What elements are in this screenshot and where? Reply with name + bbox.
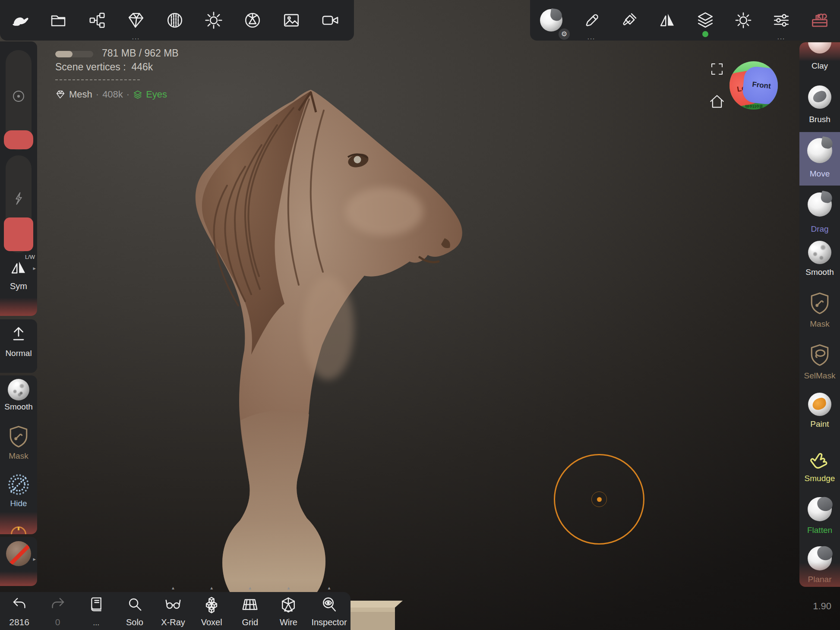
tool-smudge-label: Smudge	[799, 474, 840, 483]
nomad-logo-icon[interactable]	[0, 0, 39, 41]
inspector-eye-icon	[321, 596, 338, 614]
move-sphere-icon	[807, 138, 832, 163]
memory-progress-fill	[55, 51, 73, 57]
settings-gear-button[interactable]	[724, 0, 762, 41]
tool-clay-label: Clay	[799, 61, 840, 71]
tool-list-sidebar: Clay Brush Move Drag Smooth Mask SelMask	[799, 42, 840, 587]
inspector-label: Inspector	[308, 617, 351, 627]
stroke-pencil-button[interactable]: ...	[572, 0, 610, 41]
solo-button[interactable]: Solo	[115, 592, 154, 630]
symmetry-toggle[interactable]: L/W ▸	[0, 255, 37, 281]
mesh-vertex-count: 408k	[102, 89, 123, 100]
tool-planar[interactable]: Planar	[799, 546, 840, 570]
xray-caret-icon: ▲	[154, 586, 193, 590]
camera-video-button[interactable]	[311, 0, 350, 41]
tool-brush[interactable]: Brush	[799, 85, 840, 109]
files-folder-button[interactable]	[39, 0, 78, 41]
wire-button[interactable]: ▲ Wire	[269, 592, 308, 630]
tool-smooth[interactable]: Smooth	[799, 241, 840, 264]
background-image-button[interactable]	[272, 0, 311, 41]
selmask-shield-icon	[809, 343, 831, 367]
tool-smudge[interactable]: Smudge	[799, 445, 840, 469]
normal-label: Normal	[0, 349, 37, 358]
voxel-remesh-sphere-button[interactable]	[155, 0, 194, 41]
tool-brush-label: Brush	[799, 115, 840, 124]
tool-move-label: Move	[799, 169, 840, 179]
symmetry-mirror-button[interactable]	[648, 0, 686, 41]
zoom-level-indicator: 1.90	[813, 601, 831, 612]
normal-arrow-icon	[9, 325, 28, 344]
panel-red-fade	[0, 298, 37, 316]
mask-label: Mask	[0, 451, 37, 461]
intensity-slider-handle[interactable]	[4, 217, 33, 251]
tool-flatten[interactable]: Flatten	[799, 497, 840, 521]
lighting-sun-button[interactable]	[194, 0, 233, 41]
painting-brush-button[interactable]	[610, 0, 648, 41]
tool-mask-label: Mask	[799, 319, 840, 329]
tool-move[interactable]: Move	[799, 138, 840, 163]
voxel-cubes-icon	[203, 596, 220, 614]
hide-dotted-icon	[7, 473, 30, 496]
cheek-highlight	[345, 187, 423, 236]
grid-icon	[241, 596, 259, 613]
layers-active-dot	[702, 31, 708, 37]
left-slider-panel: L/W ▸ Sym	[0, 41, 37, 316]
material-matcap-sphere-icon	[540, 9, 562, 32]
topology-gem-button[interactable]: ...	[117, 0, 155, 41]
tool-drag-label: Drag	[799, 224, 840, 234]
layer-icon	[133, 90, 142, 99]
inspector-caret-icon: ▲	[308, 586, 351, 590]
gizmo-front-face[interactable]: Front	[742, 66, 778, 105]
redo-button[interactable]: 0	[38, 592, 77, 630]
mesh-gem-icon	[55, 89, 66, 100]
inspector-button[interactable]: ▲ Inspector	[308, 592, 351, 630]
interface-sliders-button[interactable]: ...	[762, 0, 800, 41]
neck-highlight	[302, 276, 354, 380]
tool-selmask[interactable]: SelMask	[799, 343, 840, 367]
voxel-button[interactable]: ▲ Voxel	[193, 592, 231, 630]
dashed-separator	[55, 79, 140, 80]
symmetry-label: Sym	[0, 281, 37, 291]
tool-paint-label: Paint	[799, 419, 840, 429]
radius-icon	[10, 88, 27, 104]
symmetry-flyout-arrow: ▸	[33, 265, 36, 271]
scene-graph-button[interactable]	[78, 0, 117, 41]
undo-icon	[11, 596, 28, 612]
smooth-sphere-icon[interactable]	[8, 379, 29, 400]
grid-label: Grid	[231, 617, 269, 627]
xray-label: X-Ray	[154, 617, 193, 627]
left-nosculpt-panel[interactable]: ▸	[0, 537, 37, 586]
left-utility-panel: Smooth Mask Hide	[0, 375, 37, 534]
active-mesh-row[interactable]: Mesh · 408k · Eyes	[55, 89, 167, 100]
paint-sphere-icon	[808, 393, 831, 416]
mask-button[interactable]	[8, 425, 29, 449]
flatten-sphere-icon	[808, 497, 832, 521]
fullscreen-button[interactable]	[710, 62, 724, 76]
undo-button[interactable]: 2816	[0, 592, 38, 630]
material-gear-badge-icon: ⚙	[559, 28, 570, 40]
hide-button[interactable]	[7, 473, 30, 497]
memory-progress-bar	[55, 51, 93, 57]
tool-paint[interactable]: Paint	[799, 393, 840, 416]
grid-button[interactable]: ▲ Grid	[231, 592, 269, 630]
scene-vertices-label: Scene vertices : 446k	[55, 61, 153, 73]
toolbox-button[interactable]	[800, 0, 839, 41]
left-normal-panel[interactable]: Normal	[0, 319, 37, 373]
smudge-finger-icon	[808, 445, 831, 469]
mask-shield-icon	[809, 292, 831, 315]
render-aperture-button[interactable]	[233, 0, 272, 41]
home-view-button[interactable]	[709, 94, 725, 109]
mesh-name: Mesh	[69, 89, 92, 100]
tool-mask[interactable]: Mask	[799, 292, 840, 315]
radius-slider-handle[interactable]	[4, 130, 33, 149]
material-matcap-button[interactable]: ⚙	[530, 0, 572, 41]
xray-button[interactable]: ▲ X-Ray	[154, 592, 193, 630]
history-book-button[interactable]: ...	[77, 592, 115, 630]
layers-button[interactable]	[686, 0, 724, 41]
gizmo-front-label: Front	[752, 80, 771, 91]
orientation-gizmo-ball[interactable]: Left Front Bottom	[729, 61, 778, 110]
tool-clay-header[interactable]	[799, 42, 840, 61]
tool-smooth-label: Smooth	[799, 268, 840, 277]
history-book-icon	[88, 596, 104, 613]
tool-drag[interactable]: Drag	[799, 192, 840, 217]
